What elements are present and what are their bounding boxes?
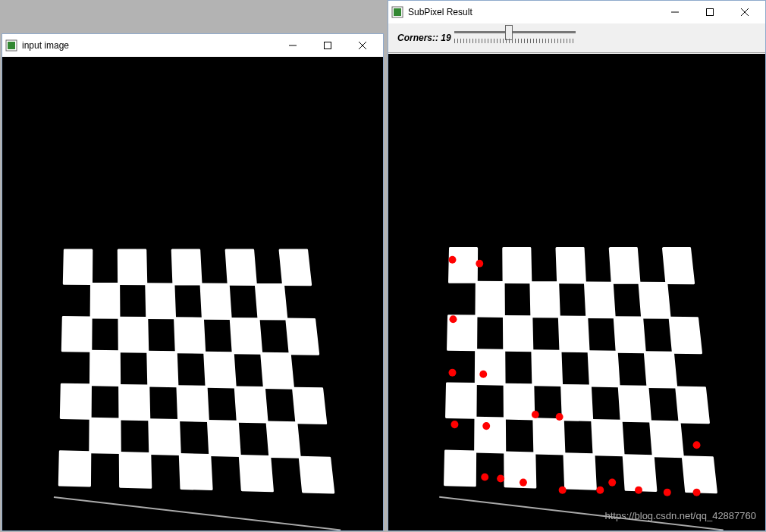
app-icon: [5, 39, 17, 52]
svg-marker-33: [267, 422, 300, 457]
detected-corner-dot: [635, 487, 642, 494]
svg-marker-25: [61, 384, 90, 418]
svg-marker-35: [120, 453, 150, 488]
svg-marker-30: [90, 418, 120, 452]
svg-marker-64: [447, 383, 476, 418]
svg-marker-38: [300, 457, 334, 493]
close-button[interactable]: [345, 34, 380, 57]
svg-marker-77: [683, 457, 716, 493]
svg-marker-76: [623, 455, 656, 491]
svg-line-6: [54, 497, 341, 530]
svg-marker-46: [450, 249, 477, 283]
svg-marker-65: [504, 384, 534, 419]
svg-marker-73: [445, 451, 476, 486]
svg-rect-3: [325, 42, 331, 49]
svg-marker-70: [534, 419, 564, 454]
svg-marker-29: [294, 388, 326, 423]
svg-marker-71: [592, 420, 623, 455]
detected-corner-dot: [532, 411, 539, 418]
svg-marker-67: [619, 386, 650, 421]
detected-corner-dot: [481, 474, 488, 481]
detected-corner-dot: [596, 487, 604, 494]
svg-marker-19: [231, 318, 261, 353]
checkerboard-image: [2, 57, 383, 530]
title-result: SubPixel Result: [408, 7, 472, 17]
minimize-button[interactable]: [275, 34, 310, 57]
detected-corner-dot: [479, 371, 487, 378]
svg-marker-50: [663, 249, 693, 283]
svg-marker-58: [614, 318, 645, 352]
svg-rect-1: [8, 42, 15, 49]
svg-marker-24: [262, 353, 294, 388]
svg-marker-63: [645, 352, 676, 387]
window-controls-result: [658, 1, 762, 23]
svg-marker-17: [119, 318, 148, 352]
svg-marker-8: [118, 250, 146, 284]
svg-marker-59: [670, 318, 701, 352]
svg-marker-15: [256, 284, 286, 319]
svg-marker-37: [240, 455, 272, 490]
svg-marker-13: [146, 284, 175, 318]
svg-marker-23: [205, 352, 235, 387]
maximize-button[interactable]: [692, 1, 727, 23]
detected-corner-dot: [482, 422, 490, 430]
slider-ticks: [454, 39, 576, 43]
svg-marker-36: [180, 455, 212, 490]
window-subpixel-result: SubPixel Result Corners:: 19 https://blo…: [388, 0, 766, 531]
detected-corner-dot: [608, 479, 616, 487]
maximize-button[interactable]: [310, 34, 345, 57]
image-canvas-input: [2, 57, 383, 530]
corners-slider[interactable]: [454, 28, 576, 48]
detected-corner-dot: [450, 315, 457, 323]
svg-marker-52: [531, 283, 559, 317]
svg-marker-32: [208, 421, 240, 455]
svg-marker-60: [476, 350, 504, 384]
slider-track: [454, 31, 576, 33]
trackbar-label: Corners:: 19: [397, 33, 451, 43]
svg-marker-12: [91, 283, 119, 318]
window-controls-input: [275, 34, 380, 57]
titlebar-result: SubPixel Result: [388, 1, 765, 23]
detected-corner-dot: [449, 369, 457, 377]
svg-marker-7: [64, 250, 91, 283]
svg-marker-75: [564, 454, 595, 489]
window-input-image: input image: [2, 33, 384, 531]
svg-marker-51: [476, 282, 504, 316]
svg-rect-42: [707, 9, 714, 16]
svg-marker-26: [120, 385, 149, 419]
svg-marker-9: [172, 250, 201, 284]
svg-marker-14: [201, 284, 231, 318]
detected-corner-dot: [449, 256, 457, 264]
svg-marker-27: [177, 386, 208, 421]
svg-marker-47: [504, 249, 531, 283]
svg-marker-22: [148, 352, 177, 386]
svg-marker-57: [559, 317, 589, 352]
detected-corner-dot: [556, 413, 564, 421]
slider-thumb[interactable]: [505, 25, 513, 40]
svg-marker-48: [557, 249, 585, 283]
svg-marker-28: [235, 387, 267, 422]
title-input: input image: [22, 40, 69, 51]
svg-marker-56: [504, 316, 532, 350]
svg-marker-34: [59, 452, 89, 486]
svg-marker-20: [287, 319, 319, 354]
svg-marker-66: [562, 385, 592, 420]
minimize-button[interactable]: [658, 1, 692, 23]
svg-marker-53: [585, 283, 614, 318]
svg-marker-16: [62, 318, 91, 352]
svg-marker-11: [280, 250, 310, 285]
svg-marker-62: [589, 352, 619, 386]
svg-marker-68: [677, 387, 709, 423]
svg-marker-18: [175, 318, 205, 352]
detected-corner-dot: [476, 260, 483, 268]
checkerboard-with-corners: [388, 54, 765, 530]
trackbar-panel: Corners:: 19: [388, 23, 765, 53]
svg-marker-21: [90, 351, 119, 385]
svg-marker-72: [651, 421, 683, 457]
detected-corner-dot: [664, 489, 671, 496]
close-button[interactable]: [727, 1, 762, 23]
svg-marker-31: [149, 420, 180, 455]
detected-corner-dot: [693, 441, 701, 449]
svg-marker-69: [476, 418, 505, 452]
detected-corner-dot: [559, 487, 567, 494]
